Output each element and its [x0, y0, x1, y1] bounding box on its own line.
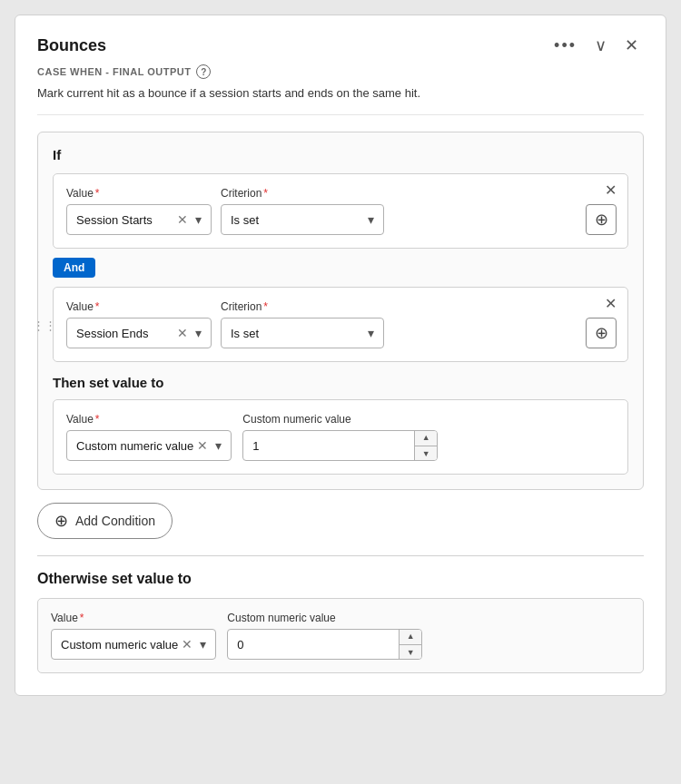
- then-value-row: Value* Custom numeric value ✕ ▾ Custom n…: [53, 399, 628, 475]
- condition-2-add-button[interactable]: ⊕: [586, 318, 617, 348]
- condition-2-row: ⋮⋮ ✕ Value* Session Ends ✕ ▾: [53, 287, 628, 362]
- plus-icon: ⊕: [595, 323, 608, 343]
- otherwise-value-select[interactable]: Custom numeric value ✕ ▾: [51, 629, 216, 660]
- otherwise-numeric-group: Custom numeric value ▲ ▼: [227, 612, 422, 660]
- and-badge[interactable]: And: [53, 258, 95, 278]
- condition-1-value-clear[interactable]: ✕: [173, 212, 192, 227]
- panel-title: Bounces: [37, 36, 106, 55]
- otherwise-value-label: Value*: [51, 612, 216, 624]
- condition-1-value-select[interactable]: Session Starts ✕ ▾: [66, 204, 212, 235]
- condition-2-value-clear[interactable]: ✕: [173, 326, 192, 340]
- otherwise-numeric-down[interactable]: ▼: [400, 645, 421, 661]
- close-icon: ✕: [605, 182, 617, 198]
- then-numeric-wrapper: ▲ ▼: [242, 430, 438, 461]
- collapse-button[interactable]: ∨: [589, 34, 612, 57]
- then-numeric-group: Custom numeric value ▲ ▼: [242, 413, 438, 461]
- then-numeric-label: Custom numeric value: [242, 413, 438, 426]
- more-options-button[interactable]: •••: [548, 34, 582, 57]
- otherwise-value-arrow[interactable]: ▾: [196, 637, 210, 652]
- header-actions: ••• ∨ ✕: [548, 34, 644, 57]
- bounces-panel: Bounces ••• ∨ ✕ CASE WHEN - FINAL OUTPUT…: [15, 15, 666, 696]
- condition-2-criterion-group: Criterion* Is set ▾: [221, 300, 384, 348]
- criterion-label-1: Criterion*: [221, 187, 384, 200]
- remove-condition-2-button[interactable]: ✕: [603, 295, 618, 312]
- otherwise-row: Value* Custom numeric value ✕ ▾ Custom n…: [37, 598, 644, 673]
- then-numeric-controls: ▲ ▼: [414, 430, 437, 461]
- otherwise-numeric-controls: ▲ ▼: [399, 629, 421, 660]
- otherwise-numeric-up[interactable]: ▲: [400, 629, 421, 645]
- remove-condition-1-button[interactable]: ✕: [603, 181, 618, 199]
- case-when-label: CASE WHEN - FINAL OUTPUT ?: [37, 64, 644, 79]
- condition-1-criterion-arrow[interactable]: ▾: [364, 212, 378, 227]
- condition-1-row: ✕ Value* Session Starts ✕ ▾ C: [53, 173, 628, 249]
- otherwise-numeric-wrapper: ▲ ▼: [227, 629, 422, 660]
- value-label-1: Value*: [66, 187, 212, 200]
- condition-1-value-arrow[interactable]: ▾: [192, 212, 205, 227]
- condition-2-criterion-select[interactable]: Is set ▾: [221, 318, 384, 348]
- condition-1-add-button[interactable]: ⊕: [586, 204, 617, 235]
- otherwise-label: Otherwise set value to: [37, 571, 644, 587]
- otherwise-value-clear[interactable]: ✕: [178, 637, 196, 652]
- help-icon[interactable]: ?: [196, 64, 211, 79]
- chevron-down-icon: ∨: [595, 35, 607, 55]
- close-icon: ✕: [625, 35, 638, 55]
- criterion-label-2: Criterion*: [221, 300, 384, 313]
- condition-2-value-select[interactable]: Session Ends ✕ ▾: [66, 318, 212, 348]
- then-value-arrow[interactable]: ▾: [212, 438, 225, 453]
- then-numeric-up[interactable]: ▲: [415, 430, 437, 446]
- otherwise-value-group: Value* Custom numeric value ✕ ▾: [51, 612, 216, 660]
- close-panel-button[interactable]: ✕: [619, 34, 644, 57]
- otherwise-numeric-label: Custom numeric value: [227, 612, 422, 624]
- condition-2-fields: ✕ Value* Session Ends ✕ ▾ Cri: [53, 287, 628, 362]
- condition-1-criterion-select[interactable]: Is set ▾: [221, 204, 384, 235]
- condition-2-criterion-arrow[interactable]: ▾: [364, 326, 378, 340]
- if-label: If: [53, 147, 628, 162]
- then-value-group: Value* Custom numeric value ✕ ▾: [66, 413, 232, 461]
- then-numeric-down[interactable]: ▼: [415, 446, 437, 462]
- then-numeric-input[interactable]: [243, 439, 414, 453]
- panel-description: Mark current hit as a bounce if a sessio…: [37, 86, 644, 115]
- otherwise-fields: Value* Custom numeric value ✕ ▾ Custom n…: [51, 612, 630, 660]
- condition-1-value-group: Value* Session Starts ✕ ▾: [66, 187, 212, 235]
- otherwise-numeric-input[interactable]: [228, 638, 399, 652]
- then-value-clear[interactable]: ✕: [193, 438, 212, 453]
- plus-icon: ⊕: [595, 210, 608, 230]
- condition-block: If ✕ Value* Session Starts ✕ ▾: [37, 132, 644, 490]
- dots-icon: •••: [554, 36, 577, 55]
- divider: [37, 555, 644, 556]
- condition-2-value-group: Value* Session Ends ✕ ▾: [66, 300, 212, 348]
- add-condition-button[interactable]: ⊕ Add Condition: [37, 503, 173, 539]
- then-value-select[interactable]: Custom numeric value ✕ ▾: [66, 430, 232, 461]
- value-label-2: Value*: [66, 300, 212, 313]
- then-fields: Value* Custom numeric value ✕ ▾ Custom n…: [66, 413, 615, 461]
- then-set-label: Then set value to: [53, 375, 628, 390]
- condition-2-value-arrow[interactable]: ▾: [192, 326, 205, 340]
- condition-1-fields: ✕ Value* Session Starts ✕ ▾ C: [53, 173, 628, 249]
- panel-header: Bounces ••• ∨ ✕: [37, 34, 644, 57]
- then-value-label: Value*: [66, 413, 232, 426]
- condition-1-criterion-group: Criterion* Is set ▾: [221, 187, 384, 235]
- close-icon: ✕: [605, 296, 617, 311]
- add-condition-plus-icon: ⊕: [54, 511, 68, 531]
